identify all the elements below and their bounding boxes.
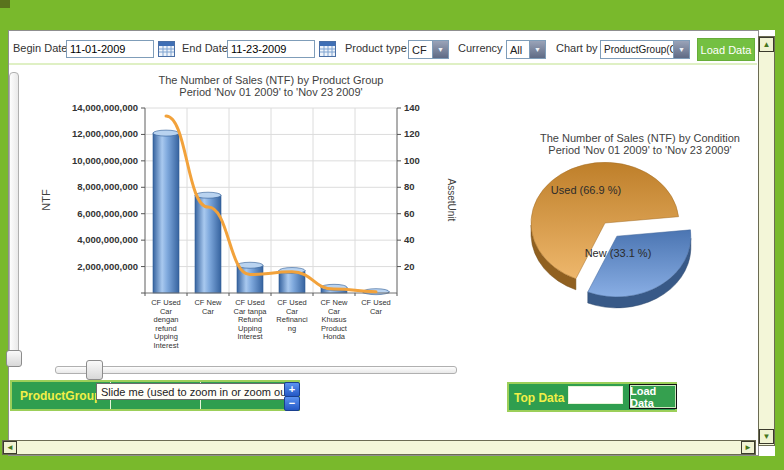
svg-text:New (33.1 %): New (33.1 %) <box>585 247 652 259</box>
chart-by-label: Chart by <box>556 42 598 54</box>
chart-by-select[interactable]: ProductGroup(CF)/Supplier(LS)▼ <box>600 40 690 59</box>
svg-text:80: 80 <box>404 181 415 192</box>
svg-text:20: 20 <box>404 261 415 272</box>
load-data-button-bottom[interactable]: Load Data <box>629 384 677 409</box>
scroll-right-button[interactable]: ► <box>741 441 755 454</box>
svg-text:Period 'Nov 01 2009' to 'Nov 2: Period 'Nov 01 2009' to 'Nov 23 2009' <box>548 144 731 156</box>
slider-tooltip: Slide me (used to zoom in or zoom out) <box>96 383 298 400</box>
svg-text:Used (66.9 %): Used (66.9 %) <box>551 184 621 196</box>
horizontal-scrollbar[interactable] <box>2 440 756 455</box>
vertical-zoom-slider-track[interactable] <box>9 72 19 356</box>
svg-text:CF UsedCar tanpaRefundUppingIn: CF UsedCar tanpaRefundUppingInterest <box>234 298 268 341</box>
scroll-down-button[interactable]: ▼ <box>759 429 774 444</box>
svg-text:40: 40 <box>404 234 415 245</box>
currency-select[interactable]: All▼ <box>506 40 546 59</box>
calendar-icon[interactable] <box>158 41 175 57</box>
svg-text:CF UsedCar: CF UsedCar <box>361 298 391 316</box>
product-type-value: CF <box>409 44 432 56</box>
footer-bar <box>0 456 784 470</box>
product-group-label: ProductGroup <box>20 389 101 403</box>
left-frame-strip <box>0 30 8 456</box>
corner-accent <box>0 0 10 8</box>
chevron-down-icon: ▼ <box>529 41 545 58</box>
calendar-icon[interactable] <box>319 41 336 57</box>
svg-text:100: 100 <box>404 155 420 166</box>
top-data-label: Top Data <box>514 391 564 405</box>
svg-text:14,000,000,000: 14,000,000,000 <box>72 102 138 113</box>
pie-chart: The Number of Sales (NTF) by ConditionPe… <box>500 128 780 318</box>
chevron-down-icon: ▼ <box>673 41 689 58</box>
header-bar <box>0 0 784 30</box>
svg-text:12,000,000,000: 12,000,000,000 <box>72 128 138 139</box>
svg-text:140: 140 <box>404 102 420 113</box>
svg-text:6,000,000,000: 6,000,000,000 <box>77 208 138 219</box>
svg-text:The Number of Sales (NTF) by C: The Number of Sales (NTF) by Condition <box>540 132 740 144</box>
svg-text:CF UsedCardenganrefundUppingIn: CF UsedCardenganrefundUppingInterest <box>151 298 181 350</box>
toolbar-separator <box>9 63 757 65</box>
svg-text:CF NewCarKhususProductHonda: CF NewCarKhususProductHonda <box>320 298 348 341</box>
bar-line-chart: The Number of Sales (NTF) by Product Gro… <box>20 70 470 370</box>
top-data-input[interactable] <box>568 386 623 404</box>
zoom-in-button[interactable]: + <box>284 382 300 397</box>
begin-date-input[interactable] <box>66 40 154 58</box>
svg-text:60: 60 <box>404 208 415 219</box>
chevron-down-icon: ▼ <box>432 41 448 58</box>
currency-label: Currency <box>458 42 503 54</box>
svg-text:NTF: NTF <box>40 189 52 211</box>
scroll-up-button[interactable]: ▲ <box>759 37 774 52</box>
chart-by-value: ProductGroup(CF)/Supplier(LS) <box>601 44 673 55</box>
svg-text:4,000,000,000: 4,000,000,000 <box>77 234 138 245</box>
product-type-select[interactable]: CF▼ <box>408 40 449 59</box>
svg-text:10,000,000,000: 10,000,000,000 <box>72 155 138 166</box>
vertical-scrollbar[interactable] <box>758 36 775 446</box>
begin-date-label: Begin Date <box>13 42 67 54</box>
svg-text:CF UsedCarRefinancing: CF UsedCarRefinancing <box>276 298 308 333</box>
svg-text:The Number of Sales (NTF) by P: The Number of Sales (NTF) by Product Gro… <box>159 74 384 86</box>
currency-value: All <box>507 44 529 56</box>
svg-text:8,000,000,000: 8,000,000,000 <box>77 181 138 192</box>
svg-text:120: 120 <box>404 128 420 139</box>
load-data-button[interactable]: Load Data <box>697 38 755 61</box>
product-type-label: Product type <box>345 42 407 54</box>
svg-text:CF NewCar: CF NewCar <box>194 298 222 316</box>
end-date-label: End Date <box>182 42 228 54</box>
scroll-left-button[interactable]: ◄ <box>3 441 17 454</box>
zoom-out-button[interactable]: − <box>284 396 300 411</box>
svg-text:Period 'Nov 01 2009' to 'Nov 2: Period 'Nov 01 2009' to 'Nov 23 2009' <box>179 86 362 98</box>
svg-text:AssetUnit: AssetUnit <box>446 179 457 222</box>
svg-text:2,000,000,000: 2,000,000,000 <box>77 261 138 272</box>
end-date-input[interactable] <box>227 40 315 58</box>
